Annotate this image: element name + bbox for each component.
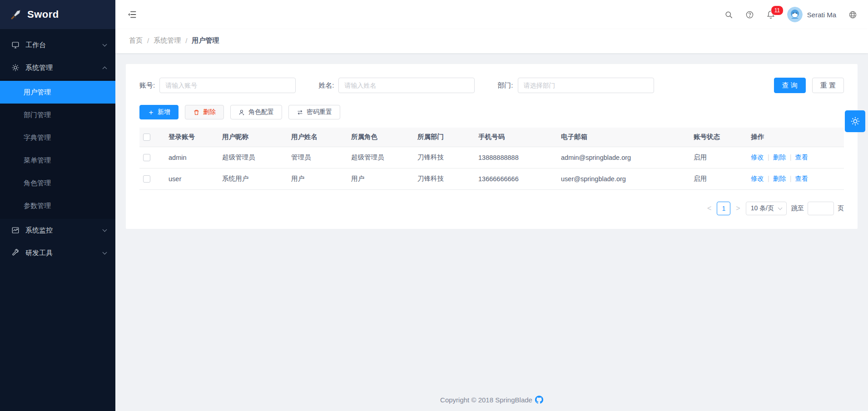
cell-account: admin bbox=[165, 147, 218, 168]
row-checkbox[interactable] bbox=[143, 154, 150, 161]
sword-icon bbox=[10, 9, 22, 20]
sidebar-item-dept-mgmt[interactable]: 部门管理 bbox=[0, 104, 115, 126]
dept-label: 部门: bbox=[497, 81, 513, 90]
cell-account: user bbox=[165, 168, 218, 189]
password-reset-button[interactable]: 密码重置 bbox=[288, 105, 340, 119]
page-unit-label: 页 bbox=[838, 204, 844, 213]
delete-button-label: 删除 bbox=[203, 108, 216, 116]
help-icon[interactable] bbox=[745, 10, 754, 19]
prev-page-button[interactable]: < bbox=[706, 204, 712, 213]
dept-select[interactable] bbox=[518, 78, 654, 93]
delete-link[interactable]: 删除 bbox=[773, 175, 786, 182]
sidebar-submenu-system-mgmt: 用户管理 部门管理 字典管理 菜单管理 角色管理 参数管理 bbox=[0, 79, 115, 219]
breadcrumb-home[interactable]: 首页 bbox=[129, 36, 143, 45]
col-role: 所属角色 bbox=[347, 128, 414, 147]
top-bar-actions: 11 Serati Ma bbox=[724, 7, 857, 22]
page-jump: 跳至 页 bbox=[791, 202, 844, 215]
filter-name: 姓名: bbox=[318, 78, 475, 93]
footer: Copyright © 2018 SpringBlade bbox=[115, 387, 868, 411]
next-page-button[interactable]: > bbox=[735, 204, 741, 213]
name-input[interactable] bbox=[338, 78, 475, 93]
search-icon[interactable] bbox=[724, 10, 734, 19]
plus-icon: + bbox=[148, 109, 154, 116]
settings-fab-button[interactable] bbox=[845, 110, 865, 132]
chevron-up-icon bbox=[103, 66, 107, 71]
col-status: 账号状态 bbox=[690, 128, 747, 147]
app-title: Sword bbox=[27, 9, 59, 20]
app-logo: Sword bbox=[0, 0, 115, 29]
action-separator: | bbox=[768, 154, 769, 161]
col-phone: 手机号码 bbox=[475, 128, 557, 147]
sidebar-item-system-monitor[interactable]: 系统监控 bbox=[0, 219, 115, 242]
sidebar-item-label: 工作台 bbox=[25, 41, 103, 50]
avatar bbox=[787, 7, 803, 22]
cell-email: user@springblade.org bbox=[557, 168, 690, 189]
wrench-icon bbox=[11, 248, 20, 257]
col-actions: 操作 bbox=[747, 128, 844, 147]
select-all-checkbox[interactable] bbox=[143, 134, 150, 141]
breadcrumb-system-mgmt[interactable]: 系统管理 bbox=[154, 36, 181, 45]
view-link[interactable]: 查看 bbox=[795, 175, 808, 182]
sidebar-item-menu-mgmt[interactable]: 菜单管理 bbox=[0, 149, 115, 172]
cell-status: 启用 bbox=[690, 147, 747, 168]
delete-link[interactable]: 删除 bbox=[773, 154, 786, 161]
name-label: 姓名: bbox=[318, 81, 334, 90]
sidebar-item-system-mgmt[interactable]: 系统管理 bbox=[0, 56, 115, 79]
sidebar-item-dev-tools[interactable]: 研发工具 bbox=[0, 242, 115, 264]
filter-row: 账号: 姓名: 部门: 查 询 重 置 bbox=[139, 78, 844, 93]
sidebar-item-label: 系统管理 bbox=[25, 64, 103, 72]
delete-button[interactable]: 删除 bbox=[185, 105, 224, 119]
reset-button[interactable]: 重 置 bbox=[812, 78, 844, 93]
chevron-down-icon bbox=[103, 250, 107, 255]
table-row: admin 超级管理员 管理员 超级管理员 刀锋科技 13888888888 a… bbox=[139, 147, 844, 168]
cell-actions: 修改|删除|查看 bbox=[747, 168, 844, 189]
cell-status: 启用 bbox=[690, 168, 747, 189]
cell-role: 超级管理员 bbox=[347, 147, 414, 168]
account-input[interactable] bbox=[159, 78, 296, 93]
current-page[interactable]: 1 bbox=[717, 202, 730, 215]
role-config-button[interactable]: 角色配置 bbox=[230, 105, 282, 119]
sidebar-item-dict-mgmt[interactable]: 字典管理 bbox=[0, 126, 115, 149]
github-icon[interactable] bbox=[535, 396, 543, 404]
top-bar: 11 Serati Ma bbox=[115, 0, 868, 29]
cell-dept: 刀锋科技 bbox=[414, 147, 475, 168]
account-label: 账号: bbox=[139, 81, 155, 90]
user-icon bbox=[238, 109, 245, 116]
chevron-down-icon bbox=[103, 42, 107, 47]
page-size-select[interactable]: 10 条/页 bbox=[746, 202, 787, 215]
sidebar-item-workbench[interactable]: 工作台 bbox=[0, 34, 115, 56]
sidebar-item-role-mgmt[interactable]: 角色管理 bbox=[0, 172, 115, 194]
sidebar-item-user-mgmt[interactable]: 用户管理 bbox=[0, 81, 115, 104]
search-button[interactable]: 查 询 bbox=[774, 78, 806, 93]
table-header-row: 登录账号 用户昵称 用户姓名 所属角色 所属部门 手机号码 电子邮箱 账号状态 … bbox=[139, 128, 844, 147]
menu-fold-icon[interactable] bbox=[127, 10, 137, 20]
view-link[interactable]: 查看 bbox=[795, 154, 808, 161]
cell-nickname: 超级管理员 bbox=[218, 147, 288, 168]
cell-phone: 13666666666 bbox=[475, 168, 557, 189]
add-button[interactable]: + 新增 bbox=[139, 105, 179, 119]
sidebar: Sword 工作台 系统管理 用户管理 部门管理 bbox=[0, 0, 115, 411]
role-config-label: 角色配置 bbox=[248, 108, 274, 116]
sidebar-item-param-mgmt[interactable]: 参数管理 bbox=[0, 194, 115, 217]
notifications[interactable]: 11 bbox=[766, 10, 775, 19]
edit-link[interactable]: 修改 bbox=[751, 175, 764, 182]
filter-actions: 查 询 重 置 bbox=[774, 78, 844, 93]
jump-label: 跳至 bbox=[791, 204, 804, 213]
cell-phone: 13888888888 bbox=[475, 147, 557, 168]
edit-link[interactable]: 修改 bbox=[751, 154, 764, 161]
jump-page-input[interactable] bbox=[808, 202, 834, 215]
globe-icon[interactable] bbox=[848, 10, 857, 19]
trash-icon bbox=[193, 109, 200, 116]
col-dept: 所属部门 bbox=[414, 128, 475, 147]
breadcrumb-separator: / bbox=[147, 37, 149, 45]
cell-role: 用户 bbox=[347, 168, 414, 189]
breadcrumb: 首页 / 系统管理 / 用户管理 bbox=[129, 36, 868, 45]
chevron-down-icon bbox=[103, 228, 107, 232]
table-toolbar: + 新增 删除 bbox=[139, 105, 844, 119]
row-checkbox[interactable] bbox=[143, 175, 150, 183]
sidebar-item-label: 研发工具 bbox=[25, 249, 103, 257]
user-menu[interactable]: Serati Ma bbox=[787, 7, 836, 22]
main-area: 11 Serati Ma bbox=[115, 0, 868, 411]
cell-name: 管理员 bbox=[288, 147, 347, 168]
cell-actions: 修改|删除|查看 bbox=[747, 147, 844, 168]
